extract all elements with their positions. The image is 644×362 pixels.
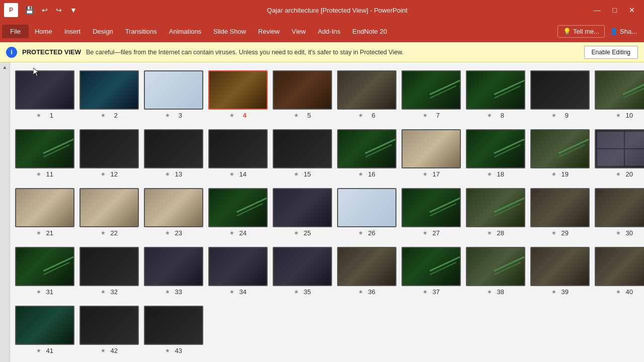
slide-item-18[interactable]: ★18: [466, 129, 525, 178]
slide-thumb-41[interactable]: [15, 306, 74, 345]
menu-addins[interactable]: Add-Ins: [312, 25, 347, 38]
save-button[interactable]: 💾: [22, 5, 37, 15]
slide-thumb-9[interactable]: [530, 70, 590, 110]
slide-item-3[interactable]: ★3: [144, 70, 203, 119]
slide-item-33[interactable]: ★33: [144, 247, 203, 296]
slide-thumb-5[interactable]: [273, 70, 332, 110]
slide-thumb-15[interactable]: [273, 129, 332, 168]
slide-thumb-24[interactable]: [208, 188, 268, 227]
slide-thumb-25[interactable]: [273, 188, 332, 227]
share-button[interactable]: 👤 Sha...: [605, 26, 642, 37]
redo-button[interactable]: ↪: [53, 5, 65, 15]
slide-thumb-40[interactable]: [595, 247, 644, 286]
slide-item-17[interactable]: ★17: [401, 129, 461, 178]
slide-item-36[interactable]: ★36: [337, 247, 396, 296]
slide-thumb-8[interactable]: [466, 70, 525, 110]
slide-item-16[interactable]: ★16: [337, 129, 396, 178]
slide-thumb-29[interactable]: [530, 188, 590, 227]
slide-item-28[interactable]: ★28: [466, 188, 525, 237]
menu-endnote[interactable]: EndNote 20: [346, 25, 393, 38]
slide-item-37[interactable]: ★37: [401, 247, 461, 296]
scroll-up-arrow[interactable]: ▲: [3, 64, 8, 70]
slide-thumb-35[interactable]: [273, 247, 332, 286]
customize-button[interactable]: ▼: [67, 5, 80, 15]
slide-item-41[interactable]: ★41: [15, 306, 74, 354]
slide-item-22[interactable]: ★22: [79, 188, 139, 237]
slide-item-31[interactable]: ★31: [15, 247, 74, 296]
slide-item-5[interactable]: ★5: [273, 70, 332, 119]
slide-thumb-13[interactable]: [144, 129, 203, 168]
slide-thumb-18[interactable]: [466, 129, 525, 168]
slide-item-13[interactable]: ★13: [144, 129, 203, 178]
slide-thumb-20[interactable]: [595, 129, 644, 168]
slide-thumb-42[interactable]: [79, 306, 139, 345]
slide-item-1[interactable]: ★1: [15, 70, 74, 119]
slide-item-29[interactable]: ★29: [530, 188, 590, 237]
slide-thumb-39[interactable]: [530, 247, 590, 286]
menu-home[interactable]: Home: [29, 25, 58, 38]
menu-view[interactable]: View: [286, 25, 312, 38]
slide-item-35[interactable]: ★35: [273, 247, 332, 296]
maximize-button[interactable]: □: [608, 5, 622, 15]
tell-me-input[interactable]: 💡 Tell me...: [557, 25, 605, 38]
slide-item-26[interactable]: ★26: [337, 188, 396, 237]
slide-thumb-19[interactable]: [530, 129, 590, 168]
menu-design[interactable]: Design: [87, 25, 119, 38]
slide-thumb-26[interactable]: [337, 188, 396, 227]
slide-item-10[interactable]: ★10: [595, 70, 644, 119]
slide-item-15[interactable]: ★15: [273, 129, 332, 178]
slide-thumb-30[interactable]: [595, 188, 644, 227]
menu-slideshow[interactable]: Slide Show: [207, 25, 252, 38]
slide-item-32[interactable]: ★32: [79, 247, 139, 296]
slide-thumb-17[interactable]: [401, 129, 461, 168]
menu-transitions[interactable]: Transitions: [119, 25, 163, 38]
slide-thumb-4[interactable]: [208, 70, 268, 110]
slide-thumb-34[interactable]: [208, 247, 268, 286]
menu-animations[interactable]: Animations: [163, 25, 207, 38]
menu-review[interactable]: Review: [252, 25, 286, 38]
slide-item-25[interactable]: ★25: [273, 188, 332, 237]
slide-item-21[interactable]: ★21: [15, 188, 74, 237]
slide-item-34[interactable]: ★34: [208, 247, 268, 296]
slide-thumb-3[interactable]: [144, 70, 203, 110]
slide-thumb-2[interactable]: [79, 70, 139, 110]
slide-thumb-6[interactable]: [337, 70, 396, 110]
slide-thumb-12[interactable]: [79, 129, 139, 168]
slide-thumb-10[interactable]: [595, 70, 644, 110]
slide-item-43[interactable]: ★43: [144, 306, 203, 354]
slide-thumb-23[interactable]: [144, 188, 203, 227]
menu-file[interactable]: File: [2, 25, 29, 38]
slide-item-4[interactable]: ★4: [208, 70, 268, 119]
close-button[interactable]: ✕: [624, 5, 640, 15]
minimize-button[interactable]: —: [589, 5, 606, 15]
slide-item-9[interactable]: ★9: [530, 70, 590, 119]
slide-thumb-16[interactable]: [337, 129, 396, 168]
slide-item-30[interactable]: ★30: [595, 188, 644, 237]
slide-thumb-36[interactable]: [337, 247, 396, 286]
slide-grid[interactable]: ★10★9★8★7★6★5★4★3★2★1★20★19★18★17★16★15★…: [10, 62, 644, 362]
slide-item-6[interactable]: ★6: [337, 70, 396, 119]
slide-item-23[interactable]: ★23: [144, 188, 203, 237]
slide-item-12[interactable]: ★12: [79, 129, 139, 178]
slide-item-42[interactable]: ★42: [79, 306, 139, 354]
slide-thumb-22[interactable]: [79, 188, 139, 227]
slide-item-39[interactable]: ★39: [530, 247, 590, 296]
slide-thumb-21[interactable]: [15, 188, 74, 227]
slide-item-2[interactable]: ★2: [79, 70, 139, 119]
slide-item-40[interactable]: ★40: [595, 247, 644, 296]
slide-item-14[interactable]: ★14: [208, 129, 268, 178]
menu-insert[interactable]: Insert: [58, 25, 87, 38]
slide-item-27[interactable]: ★27: [401, 188, 461, 237]
enable-editing-button[interactable]: Enable Editing: [584, 46, 638, 59]
slide-thumb-11[interactable]: [15, 129, 74, 168]
slide-thumb-37[interactable]: [401, 247, 461, 286]
slide-thumb-31[interactable]: [15, 247, 74, 286]
slide-item-24[interactable]: ★24: [208, 188, 268, 237]
slide-item-19[interactable]: ★19: [530, 129, 590, 178]
slide-item-38[interactable]: ★38: [466, 247, 525, 296]
slide-thumb-7[interactable]: [401, 70, 461, 110]
slide-thumb-38[interactable]: [466, 247, 525, 286]
slide-thumb-43[interactable]: [144, 306, 203, 345]
slide-thumb-32[interactable]: [79, 247, 139, 286]
slide-thumb-27[interactable]: [401, 188, 461, 227]
